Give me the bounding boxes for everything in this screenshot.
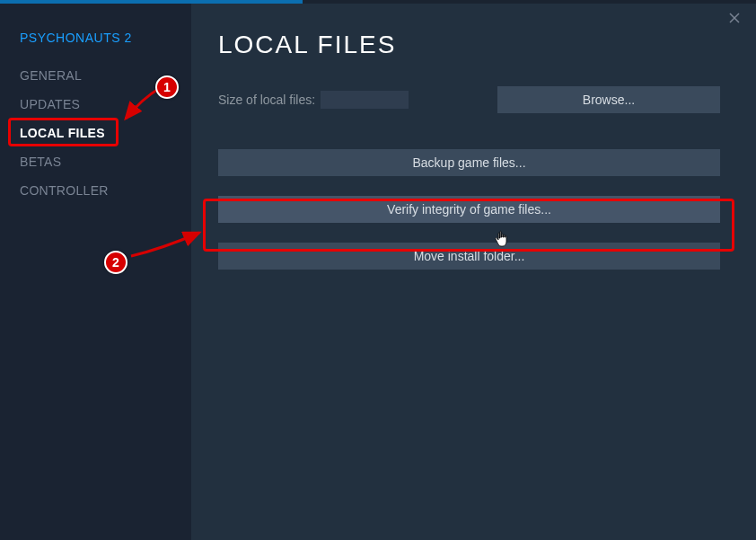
properties-window: PSYCHONAUTS 2 GENERAL UPDATES LOCAL FILE… <box>0 4 756 540</box>
sidebar-item-controller[interactable]: CONTROLLER <box>0 176 191 205</box>
sidebar-item-updates[interactable]: UPDATES <box>0 90 191 119</box>
size-value <box>321 91 409 109</box>
sidebar-item-general[interactable]: GENERAL <box>0 61 191 90</box>
sidebar-item-local-files[interactable]: LOCAL FILES <box>0 119 191 147</box>
sidebar: PSYCHONAUTS 2 GENERAL UPDATES LOCAL FILE… <box>0 4 191 540</box>
size-label: Size of local files: <box>218 93 315 107</box>
backup-button[interactable]: Backup game files... <box>218 149 720 176</box>
move-folder-button[interactable]: Move install folder... <box>218 243 720 270</box>
page-title: LOCAL FILES <box>218 31 720 59</box>
close-icon[interactable] <box>725 9 743 27</box>
size-row: Size of local files: Browse... <box>218 86 720 113</box>
browse-button[interactable]: Browse... <box>497 86 720 113</box>
verify-button[interactable]: Verify integrity of game files... <box>218 196 720 223</box>
sidebar-item-betas[interactable]: BETAS <box>0 147 191 176</box>
main-panel: LOCAL FILES Size of local files: Browse.… <box>191 4 756 540</box>
game-title: PSYCHONAUTS 2 <box>0 31 191 61</box>
